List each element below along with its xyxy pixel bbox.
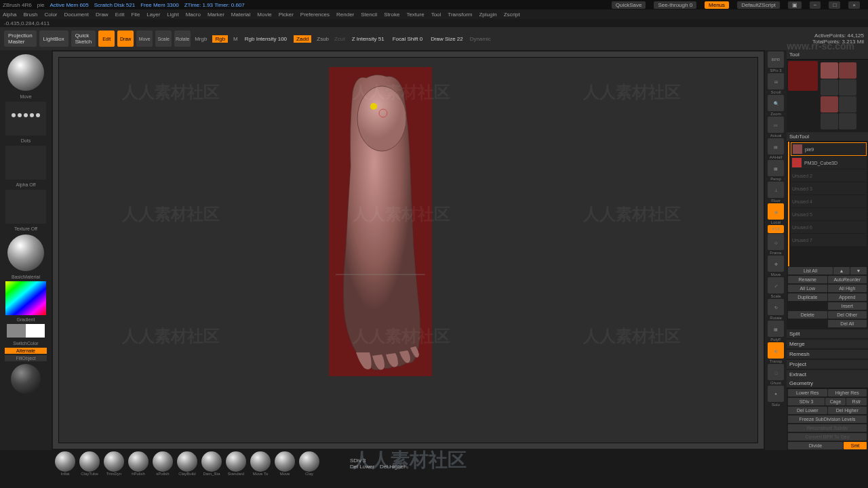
close-icon[interactable]: × bbox=[848, 1, 860, 9]
bottom-sdiv[interactable]: SDiv 3 bbox=[350, 458, 406, 464]
menu-tool[interactable]: Tool bbox=[431, 12, 441, 18]
rotate-mode-button[interactable]: Rotate bbox=[174, 30, 191, 47]
draw-size-slider[interactable]: Draw Size 22 bbox=[428, 36, 466, 42]
rstr-button[interactable]: Rstr bbox=[846, 398, 867, 405]
delete-button[interactable]: Delete bbox=[788, 311, 827, 319]
duplicate-button[interactable]: Duplicate bbox=[788, 293, 827, 301]
merge-section[interactable]: Merge bbox=[787, 340, 868, 348]
canvas[interactable] bbox=[58, 57, 758, 443]
delhigher-button[interactable]: Del Higher bbox=[828, 407, 867, 414]
menu-render[interactable]: Render bbox=[336, 12, 354, 18]
foot-model[interactable] bbox=[336, 71, 425, 372]
solo-button[interactable]: ● bbox=[768, 386, 784, 402]
quicksave-button[interactable]: QuickSave bbox=[612, 1, 646, 9]
menu-light[interactable]: Light bbox=[167, 12, 178, 18]
edit-mode-button[interactable]: Edit bbox=[98, 30, 115, 47]
aahalf-button[interactable]: ▤ bbox=[768, 138, 784, 155]
transp-button[interactable]: ◐ bbox=[768, 342, 784, 359]
remesh-section[interactable]: Remesh bbox=[787, 350, 868, 359]
alllow-button[interactable]: All Low bbox=[788, 285, 827, 292]
menu-layer[interactable]: Layer bbox=[146, 12, 160, 18]
color-picker[interactable] bbox=[5, 281, 46, 315]
minimize-icon[interactable]: − bbox=[810, 1, 821, 9]
rotate-view-button[interactable]: ↻ bbox=[768, 299, 784, 315]
menu-transform[interactable]: Transform bbox=[448, 12, 472, 18]
projection-master-button[interactable]: Projection Master bbox=[4, 30, 37, 47]
draw-mode-button[interactable]: Draw bbox=[117, 30, 134, 47]
menu-macro[interactable]: Macro bbox=[186, 12, 201, 18]
arrow-up-icon[interactable]: ▲ bbox=[833, 267, 850, 274]
bottom-dellower[interactable]: Del Lower bbox=[350, 464, 374, 470]
tool-thumb[interactable] bbox=[839, 62, 856, 79]
scale-mode-button[interactable]: Scale bbox=[155, 30, 172, 47]
material-preview[interactable] bbox=[7, 235, 44, 271]
brush-claybuild[interactable]: ClayBuild bbox=[176, 451, 198, 476]
menu-draw[interactable]: Draw bbox=[96, 12, 108, 18]
fillobject-button[interactable]: FillObject bbox=[5, 355, 47, 361]
rename-button[interactable]: Rename bbox=[788, 276, 827, 283]
geometry-header[interactable]: Geometry bbox=[787, 379, 868, 388]
subtool-unused[interactable]: Unused 7 bbox=[791, 234, 867, 246]
subtool-unused[interactable]: Unused 3 bbox=[791, 182, 867, 195]
menu-preferences[interactable]: Preferences bbox=[300, 12, 330, 18]
subtool-item[interactable]: PM3D_Cube3D bbox=[791, 157, 867, 169]
allhigh-button[interactable]: All High bbox=[828, 285, 867, 292]
bottom-delhigher[interactable]: Del Higher bbox=[380, 464, 406, 470]
seethrough-slider[interactable]: See-through 0 bbox=[654, 1, 696, 9]
menus-button[interactable]: Menus bbox=[705, 1, 729, 9]
menu-texture[interactable]: Texture bbox=[406, 12, 424, 18]
bpr-button[interactable]: BPR bbox=[768, 52, 784, 68]
tool-thumb[interactable] bbox=[821, 79, 838, 96]
delall-button[interactable]: Del All bbox=[828, 320, 867, 327]
scale-view-button[interactable]: ⤢ bbox=[768, 277, 784, 293]
scroll-button[interactable]: ⊞ bbox=[768, 73, 784, 89]
brush-trimdyn[interactable]: TrimDyn bbox=[103, 451, 125, 476]
subtool-unused[interactable]: Unused 6 bbox=[791, 221, 867, 233]
listall-button[interactable]: List All bbox=[788, 267, 833, 274]
tool-thumb[interactable] bbox=[821, 113, 838, 129]
delother-button[interactable]: Del Other bbox=[828, 311, 867, 319]
insert-button[interactable]: Insert bbox=[828, 302, 867, 310]
secondary-sphere[interactable] bbox=[11, 364, 41, 394]
rgb-intensity-slider[interactable]: Rgb Intensity 100 bbox=[242, 36, 290, 42]
brush-move[interactable]: Move bbox=[274, 451, 296, 476]
tool-thumb[interactable] bbox=[821, 62, 838, 79]
move-view-button[interactable]: ✥ bbox=[768, 256, 784, 272]
tool-thumb[interactable] bbox=[839, 113, 856, 129]
window-icon[interactable]: ▣ bbox=[788, 1, 802, 9]
menu-material[interactable]: Material bbox=[231, 12, 250, 18]
menu-document[interactable]: Document bbox=[64, 12, 89, 18]
brush-spolish[interactable]: sPolish bbox=[152, 451, 174, 476]
z-intensity-slider[interactable]: Z Intensity 51 bbox=[349, 36, 387, 42]
rgb-toggle[interactable]: Rgb bbox=[212, 35, 228, 43]
zcut-toggle[interactable]: Zcut bbox=[334, 36, 345, 42]
focal-shift-slider[interactable]: Focal Shift 0 bbox=[390, 36, 425, 42]
swatch-primary[interactable] bbox=[26, 324, 45, 338]
dellower-button[interactable]: Del Lower bbox=[788, 407, 827, 414]
lightbox-button[interactable]: LightBox bbox=[39, 30, 68, 47]
menu-edit[interactable]: Edit bbox=[115, 12, 125, 18]
subtool-unused[interactable]: Unused 5 bbox=[791, 208, 867, 220]
sdiv-slider[interactable]: SDiv 3 bbox=[788, 398, 825, 405]
brush-inflat[interactable]: Inflat bbox=[54, 451, 76, 476]
maximize-icon[interactable]: □ bbox=[829, 1, 840, 9]
viewport[interactable] bbox=[53, 52, 764, 449]
polyf-button[interactable]: ▦ bbox=[768, 321, 784, 337]
zoom-button[interactable]: 🔍 bbox=[768, 95, 784, 111]
local-button[interactable]: ◉ bbox=[768, 203, 784, 220]
split-section[interactable]: Split bbox=[787, 329, 868, 338]
ghost-button[interactable]: ◌ bbox=[768, 364, 784, 380]
tool-thumb[interactable] bbox=[821, 96, 838, 113]
xyz-button[interactable]: XYZ bbox=[768, 225, 784, 233]
menu-stencil[interactable]: Stencil bbox=[361, 12, 377, 18]
menu-file[interactable]: File bbox=[131, 12, 140, 18]
extract-section[interactable]: Extract bbox=[787, 370, 868, 379]
menu-zscript[interactable]: Zscript bbox=[504, 12, 520, 18]
autoreorder-button[interactable]: AutoReorder bbox=[828, 276, 867, 283]
subtool-header[interactable]: SubTool bbox=[787, 132, 868, 142]
menu-color[interactable]: Color bbox=[44, 12, 57, 18]
tool-thumb[interactable] bbox=[839, 79, 856, 96]
subtool-item-active[interactable]: pie9 bbox=[791, 142, 867, 156]
swatch-secondary[interactable] bbox=[7, 324, 26, 338]
menu-marker[interactable]: Marker bbox=[208, 12, 224, 18]
